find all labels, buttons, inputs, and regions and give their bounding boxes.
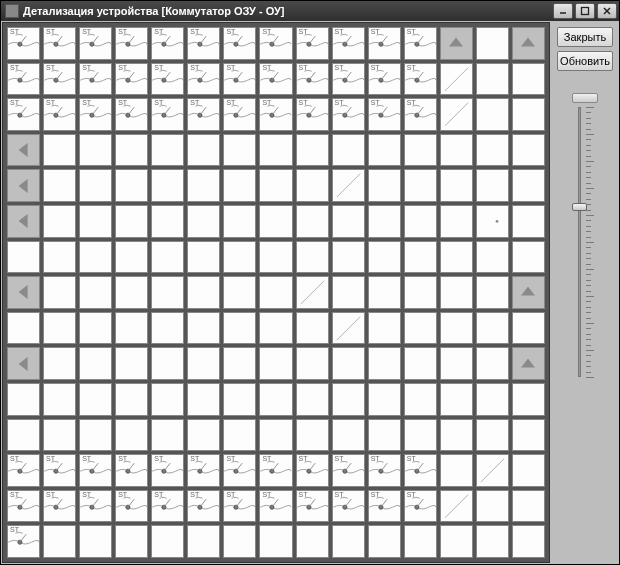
minimize-button[interactable]	[553, 3, 573, 19]
grid-cell[interactable]: ST	[223, 63, 256, 96]
grid-cell[interactable]	[476, 63, 509, 96]
grid-cell[interactable]: ST	[151, 454, 184, 487]
grid-cell[interactable]	[223, 525, 256, 558]
grid-cell[interactable]	[151, 525, 184, 558]
grid-cell[interactable]	[296, 525, 329, 558]
grid-cell[interactable]	[151, 169, 184, 202]
maximize-button[interactable]	[575, 3, 595, 19]
grid-cell[interactable]: ST	[404, 98, 437, 131]
grid-cell[interactable]: ST	[223, 98, 256, 131]
grid-cell[interactable]	[151, 347, 184, 380]
grid-cell[interactable]: ST	[79, 98, 112, 131]
grid-cell[interactable]	[259, 134, 292, 167]
grid-cell[interactable]	[296, 419, 329, 452]
grid-cell[interactable]	[223, 347, 256, 380]
grid-cell[interactable]	[404, 525, 437, 558]
grid-cell[interactable]	[115, 241, 148, 274]
grid-cell[interactable]: ST	[332, 98, 365, 131]
grid-cell[interactable]: ST	[332, 490, 365, 523]
grid-cell[interactable]	[115, 169, 148, 202]
grid-cell[interactable]	[259, 525, 292, 558]
grid-cell[interactable]	[187, 419, 220, 452]
grid-cell[interactable]	[187, 276, 220, 309]
grid-cell[interactable]: ST	[43, 98, 76, 131]
grid-cell[interactable]: ST	[332, 454, 365, 487]
grid-cell[interactable]	[512, 134, 545, 167]
grid-cell[interactable]: ST	[115, 63, 148, 96]
grid-arrow-left[interactable]	[7, 205, 40, 238]
grid-cell[interactable]	[187, 383, 220, 416]
grid-cell[interactable]	[151, 419, 184, 452]
grid-cell[interactable]: ST	[115, 98, 148, 131]
grid-arrow-left[interactable]	[7, 169, 40, 202]
grid-cell[interactable]	[512, 241, 545, 274]
grid-cell[interactable]	[296, 169, 329, 202]
grid-cell[interactable]	[151, 205, 184, 238]
grid-cell[interactable]	[476, 276, 509, 309]
grid-cell[interactable]	[404, 134, 437, 167]
grid-cell[interactable]	[223, 205, 256, 238]
grid-cell[interactable]: ST	[296, 490, 329, 523]
grid-cell[interactable]: ST	[187, 98, 220, 131]
grid-cell[interactable]	[7, 383, 40, 416]
grid-cell[interactable]	[440, 134, 473, 167]
grid-cell[interactable]: ST	[7, 98, 40, 131]
grid-cell[interactable]	[440, 276, 473, 309]
grid-cell[interactable]	[368, 347, 401, 380]
grid-cell[interactable]	[368, 276, 401, 309]
grid-cell[interactable]	[512, 419, 545, 452]
grid-cell[interactable]	[404, 205, 437, 238]
grid-cell[interactable]	[440, 383, 473, 416]
grid-cell[interactable]: ST	[151, 63, 184, 96]
grid-cell[interactable]: ST	[296, 63, 329, 96]
grid-cell[interactable]: ST	[7, 490, 40, 523]
grid-cell[interactable]	[476, 347, 509, 380]
grid-cell[interactable]	[151, 241, 184, 274]
grid-cell[interactable]	[512, 98, 545, 131]
grid-cell[interactable]: ST	[115, 490, 148, 523]
grid-cell[interactable]	[440, 454, 473, 487]
grid-cell[interactable]	[259, 169, 292, 202]
grid-cell[interactable]: ST	[368, 63, 401, 96]
grid-cell[interactable]	[332, 276, 365, 309]
grid-cell[interactable]	[223, 276, 256, 309]
grid-cell[interactable]: ST	[223, 27, 256, 60]
grid-cell[interactable]: ST	[187, 27, 220, 60]
grid-cell[interactable]	[476, 134, 509, 167]
grid-cell[interactable]	[404, 383, 437, 416]
grid-cell[interactable]	[404, 419, 437, 452]
grid-cell[interactable]	[223, 169, 256, 202]
grid-cell[interactable]	[259, 383, 292, 416]
grid-cell[interactable]	[476, 490, 509, 523]
grid-cell[interactable]	[404, 347, 437, 380]
grid-cell[interactable]: ST	[43, 490, 76, 523]
grid-cell[interactable]	[223, 312, 256, 345]
grid-cell[interactable]: ST	[368, 98, 401, 131]
grid-cell[interactable]: ST	[332, 63, 365, 96]
grid-cell[interactable]: ST	[259, 27, 292, 60]
grid-cell[interactable]	[79, 419, 112, 452]
grid-cell[interactable]	[296, 241, 329, 274]
grid-cell[interactable]	[296, 205, 329, 238]
grid-cell[interactable]	[79, 312, 112, 345]
grid-cell[interactable]	[440, 347, 473, 380]
grid-cell[interactable]: ST	[223, 454, 256, 487]
grid-cell[interactable]	[476, 312, 509, 345]
grid-cell[interactable]	[332, 134, 365, 167]
grid-cell[interactable]	[43, 347, 76, 380]
grid-cell[interactable]: ST	[151, 490, 184, 523]
grid-arrow-left[interactable]	[7, 276, 40, 309]
grid-cell[interactable]	[440, 169, 473, 202]
grid-cell[interactable]	[512, 205, 545, 238]
grid-cell[interactable]	[476, 27, 509, 60]
grid-cell[interactable]: ST	[79, 490, 112, 523]
grid-cell[interactable]	[404, 276, 437, 309]
slider-body[interactable]	[570, 107, 600, 377]
grid-cell[interactable]	[368, 241, 401, 274]
grid-cell[interactable]: ST	[187, 490, 220, 523]
grid-cell[interactable]	[296, 347, 329, 380]
grid-cell[interactable]	[79, 525, 112, 558]
grid-cell[interactable]: ST	[404, 27, 437, 60]
grid-cell[interactable]	[43, 525, 76, 558]
grid-cell[interactable]: ST	[43, 454, 76, 487]
